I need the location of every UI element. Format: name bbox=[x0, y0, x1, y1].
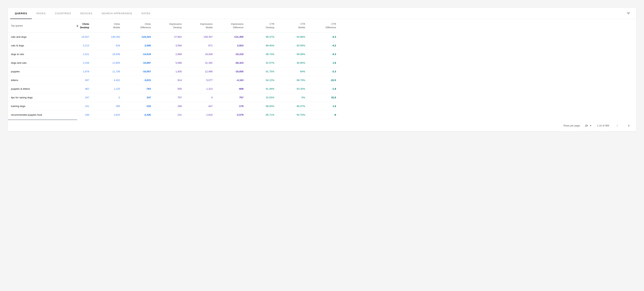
impressions-desktop-cell: 505 bbox=[154, 84, 185, 93]
impressions-difference-cell: -26,323 bbox=[216, 58, 246, 67]
clicks-mobile-cell: 395 bbox=[92, 102, 123, 110]
clicks-desktop-cell: 198 bbox=[62, 110, 92, 119]
clicks-difference-cell: -154 bbox=[123, 102, 154, 110]
clicks-difference-cell: -124,323 bbox=[123, 32, 154, 41]
table-row[interactable]: cats & dogs3,2136282,5853,5946712,92389.… bbox=[8, 41, 339, 50]
rows-per-page-label: Rows per page: bbox=[564, 124, 580, 127]
clicks-difference-cell: -3,815 bbox=[123, 76, 154, 84]
query-cell: kittens bbox=[8, 76, 62, 84]
ctr-mobile-cell: 93.70% bbox=[277, 110, 308, 119]
impressions-mobile-cell: 18,008 bbox=[185, 50, 216, 58]
query-cell: tips for raising dogs bbox=[8, 93, 62, 102]
query-cell: cats and dogs bbox=[8, 32, 62, 41]
prev-page-button[interactable] bbox=[614, 122, 621, 129]
ctr-difference-cell: 1.6 bbox=[308, 58, 339, 67]
clicks-mobile-cell: 0 bbox=[92, 93, 123, 102]
ctr-mobile-cell: 93.30% bbox=[277, 84, 308, 93]
ctr-mobile-cell: 88.37% bbox=[277, 102, 308, 110]
ctr-desktop-cell: 91.75% bbox=[246, 67, 277, 76]
tab-pages[interactable]: Pages bbox=[32, 8, 50, 19]
query-cell: dogs and cats bbox=[8, 58, 62, 67]
tab-search-appearance[interactable]: Search Appearance bbox=[97, 8, 137, 19]
arrow-down-icon bbox=[76, 24, 79, 27]
chevron-right-icon bbox=[627, 124, 631, 128]
impressions-desktop-cell: 1,830 bbox=[154, 67, 185, 76]
horizontal-scrollbar[interactable] bbox=[8, 119, 636, 120]
clicks-desktop-cell: 24,937 bbox=[62, 32, 92, 41]
col-clicks-desktop[interactable]: Clicks Desktop bbox=[62, 19, 92, 32]
impressions-difference-cell: -4,163 bbox=[216, 76, 246, 84]
ctr-desktop-cell: 91.49% bbox=[246, 84, 277, 93]
impressions-difference-cell: -131,455 bbox=[216, 32, 246, 41]
ctr-mobile-cell: 93.66% bbox=[277, 32, 308, 41]
ctr-difference-cell: -4.2 bbox=[308, 41, 339, 50]
col-ctr-desktop[interactable]: CTRDesktop bbox=[246, 19, 277, 32]
impressions-desktop-cell: 5,069 bbox=[154, 58, 185, 67]
clicks-mobile-cell: 11,736 bbox=[92, 67, 123, 76]
col-impressions-mobile[interactable]: ImpressionsMobile bbox=[185, 19, 216, 32]
ctr-difference-cell: -2.3 bbox=[308, 67, 339, 76]
ctr-difference-cell: -4.3 bbox=[308, 50, 339, 58]
impressions-mobile-cell: 447 bbox=[185, 102, 216, 110]
rows-per-page-select[interactable]: 10 bbox=[585, 124, 592, 127]
col-ctr-mobile[interactable]: CTRMobile bbox=[277, 19, 308, 32]
ctr-desktop-cell: 89.73% bbox=[246, 50, 277, 58]
ctr-desktop-cell: 32.63% bbox=[246, 93, 277, 102]
ctr-desktop-cell: 64.22% bbox=[246, 76, 277, 84]
col-ctr-difference[interactable]: CTRDifference bbox=[308, 19, 339, 32]
table-row[interactable]: recommended puppies food1982,633-2,43523… bbox=[8, 110, 339, 119]
ctr-desktop-cell: 89.37% bbox=[246, 32, 277, 41]
clicks-desktop-cell: 241 bbox=[62, 102, 92, 110]
table-scroll[interactable]: Top queries Clicks Desktop Click bbox=[8, 19, 636, 119]
clicks-difference-cell: -14,518 bbox=[123, 50, 154, 58]
clicks-mobile-cell: 2,633 bbox=[92, 110, 123, 119]
clicks-mobile-cell: 12,855 bbox=[92, 58, 123, 67]
impressions-desktop-cell: 914 bbox=[154, 76, 185, 84]
clicks-difference-cell: 2,585 bbox=[123, 41, 154, 50]
impressions-mobile-cell: 5,077 bbox=[185, 76, 216, 84]
impressions-mobile-cell: 31,392 bbox=[185, 58, 216, 67]
table-row[interactable]: tips for raising dogs2470247757075732.63… bbox=[8, 93, 339, 102]
table-row[interactable]: dogs & cats2,42116,939-14,5182,69818,008… bbox=[8, 50, 339, 58]
query-cell: cats & dogs bbox=[8, 41, 62, 50]
col-clicks-mobile[interactable]: ClicksMobile bbox=[92, 19, 123, 32]
caret-down-icon bbox=[589, 124, 592, 127]
clicks-desktop-cell: 587 bbox=[62, 76, 92, 84]
col-clicks-difference[interactable]: ClicksDifference bbox=[123, 19, 154, 32]
ctr-desktop-cell: 42.57% bbox=[246, 58, 277, 67]
impressions-mobile-cell: 12,485 bbox=[185, 67, 216, 76]
impressions-desktop-cell: 757 bbox=[154, 93, 185, 102]
impressions-mobile-cell: 159,357 bbox=[185, 32, 216, 41]
table-row[interactable]: dogs and cats2,15812,855-10,6975,06931,3… bbox=[8, 58, 339, 67]
table-row[interactable]: puppies & kittens4621,225-7635051,313-80… bbox=[8, 84, 339, 93]
pagination-range: 1-10 of 568 bbox=[597, 124, 609, 127]
tab-countries[interactable]: Countries bbox=[50, 8, 76, 19]
clicks-desktop-cell: 462 bbox=[62, 84, 92, 93]
query-cell: dogs & cats bbox=[8, 50, 62, 58]
impressions-difference-cell: -808 bbox=[216, 84, 246, 93]
clicks-desktop-cell: 2,158 bbox=[62, 58, 92, 67]
chevron-left-icon bbox=[615, 124, 619, 128]
impressions-mobile-cell: 1,313 bbox=[185, 84, 216, 93]
next-page-button[interactable] bbox=[625, 122, 632, 129]
col-impressions-difference[interactable]: ImpressionsDifference bbox=[216, 19, 246, 32]
impressions-difference-cell: -10,655 bbox=[216, 67, 246, 76]
clicks-desktop-cell: 2,421 bbox=[62, 50, 92, 58]
tab-dates[interactable]: Dates bbox=[137, 8, 155, 19]
tab-devices[interactable]: Devices bbox=[76, 8, 97, 19]
impressions-difference-cell: -15,310 bbox=[216, 50, 246, 58]
ctr-mobile-cell: 86.70% bbox=[277, 76, 308, 84]
impressions-mobile-cell: 0 bbox=[185, 93, 216, 102]
table-row[interactable]: cats and dogs24,937149,260-124,32327,902… bbox=[8, 32, 339, 41]
ctr-difference-cell: 1.6 bbox=[308, 102, 339, 110]
clicks-mobile-cell: 149,260 bbox=[92, 32, 123, 41]
clicks-difference-cell: -10,697 bbox=[123, 58, 154, 67]
table-row[interactable]: training dogs241395-154268447-17989.93%8… bbox=[8, 102, 339, 110]
table-row[interactable]: kittens5874,402-3,8159145,077-4,16364.22… bbox=[8, 76, 339, 84]
col-top-queries[interactable]: Top queries bbox=[8, 19, 62, 32]
col-impressions-desktop[interactable]: ImpressionsDesktop bbox=[154, 19, 185, 32]
ctr-difference-cell: 32.6 bbox=[308, 93, 339, 102]
filter-button[interactable] bbox=[624, 10, 632, 17]
tab-queries[interactable]: Queries bbox=[10, 8, 32, 19]
table-row[interactable]: puppies1,67911,736-10,0571,83012,485-10,… bbox=[8, 67, 339, 76]
